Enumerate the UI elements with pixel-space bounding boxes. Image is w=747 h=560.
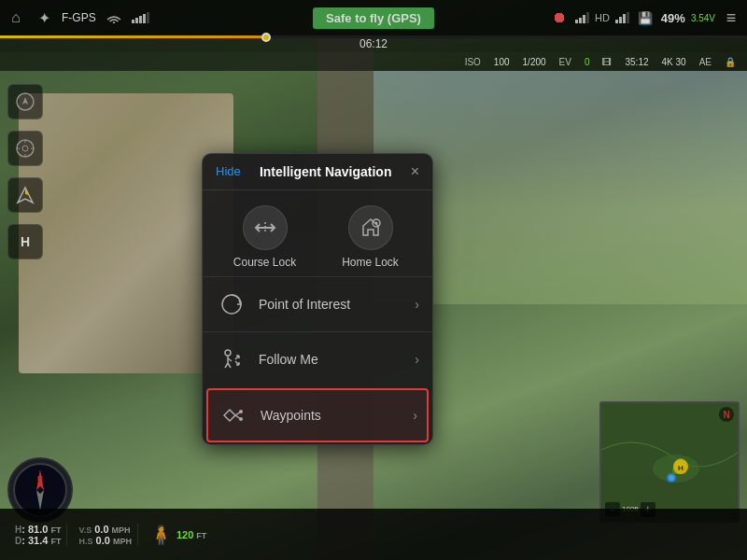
app: ⌂ ✦ F-GPS Safe to fly (GPS) ⏺ [0, 0, 747, 560]
waypoints-chevron: › [413, 408, 417, 423]
close-button[interactable]: × [411, 163, 419, 180]
waypoints-icon [218, 399, 249, 431]
svg-line-31 [228, 363, 231, 368]
svg-point-32 [239, 410, 243, 413]
home-lock-item[interactable]: Home Lock [329, 205, 413, 269]
waypoints-label: Waypoints [261, 408, 402, 423]
course-lock-icon [243, 205, 288, 250]
follow-me-chevron: › [415, 352, 419, 367]
svg-point-25 [374, 221, 377, 224]
hide-button[interactable]: Hide [216, 164, 241, 178]
intelligent-navigation-modal: Hide Intelligent Navigation × Cours [202, 153, 433, 445]
poi-label: Point of Interest [259, 297, 403, 312]
poi-icon [216, 288, 247, 320]
svg-line-30 [225, 363, 228, 368]
modal-header: Hide Intelligent Navigation × [203, 154, 432, 190]
home-lock-icon [348, 205, 393, 250]
svg-point-27 [225, 350, 231, 356]
modal-title: Intelligent Navigation [248, 164, 403, 179]
waypoints-item[interactable]: Waypoints › [206, 388, 429, 442]
follow-me-icon [216, 343, 247, 375]
modal-top-icons: Course Lock Home Lock [203, 190, 432, 276]
point-of-interest-item[interactable]: Point of Interest › [203, 276, 432, 331]
course-lock-label: Course Lock [233, 256, 296, 269]
svg-point-33 [239, 417, 243, 421]
poi-chevron: › [415, 297, 419, 312]
modal-overlay: Hide Intelligent Navigation × Cours [0, 0, 747, 560]
course-lock-item[interactable]: Course Lock [223, 205, 307, 269]
follow-me-label: Follow Me [259, 352, 403, 367]
home-lock-label: Home Lock [342, 256, 399, 269]
follow-me-item[interactable]: Follow Me › [203, 331, 432, 386]
